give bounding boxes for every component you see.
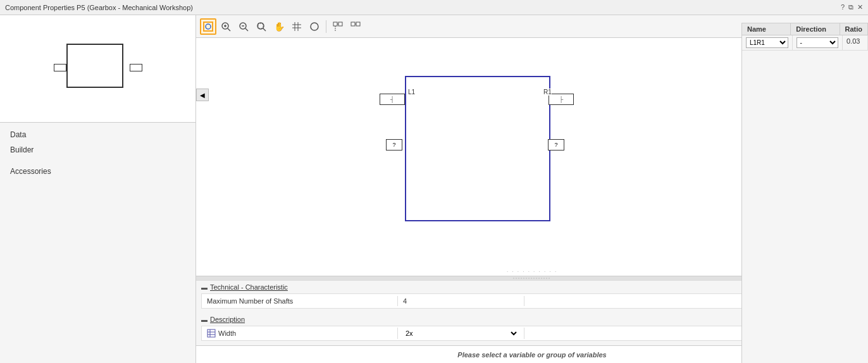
sidebar-navigation: Data Builder Accessories — [0, 123, 195, 183]
connector-port-left-q[interactable]: ? — [386, 139, 402, 151]
side-table: Name Direction Ratio L1R1 L1R2 - + — [741, 23, 868, 363]
description-section-toggle[interactable]: ▬ — [201, 316, 208, 323]
side-table-name-cell[interactable]: L1R1 L1R2 — [742, 35, 793, 50]
close-button[interactable]: ✕ — [857, 3, 863, 11]
svg-point-16 — [311, 23, 318, 30]
technical-section-title: Technical - Characteristic — [210, 283, 288, 291]
zoom-in-button[interactable] — [218, 18, 234, 35]
component-preview — [0, 15, 195, 123]
width-select[interactable]: 2x 3x 4x — [403, 329, 519, 338]
toolbar-separator — [326, 20, 326, 33]
connector-port-right-q[interactable]: ? — [548, 139, 564, 151]
sidebar-item-data[interactable]: Data — [5, 128, 190, 142]
connector-port-right[interactable]: ├ — [549, 94, 574, 105]
left-sidebar: Data Builder Accessories — [0, 15, 196, 363]
side-table-direction-cell[interactable]: - + — [793, 35, 843, 50]
svg-rect-0 — [204, 22, 213, 31]
table-icon — [207, 329, 216, 338]
grid-button[interactable] — [288, 18, 305, 35]
svg-rect-21 — [351, 22, 355, 26]
name-select[interactable]: L1R1 L1R2 — [746, 37, 788, 48]
side-table-ratio-cell: 0.03 — [843, 35, 868, 50]
max-shafts-label: Maximum Number of Shafts — [202, 296, 398, 306]
zoom-out-button[interactable] — [235, 18, 252, 35]
preview-diagram — [54, 37, 142, 101]
svg-line-5 — [228, 28, 230, 31]
svg-line-8 — [245, 28, 248, 31]
connector-label-l1: L1 — [408, 89, 415, 95]
zoom-fit-button[interactable] — [253, 18, 270, 35]
side-table-header-ratio: Ratio — [840, 23, 869, 35]
window-title: Component Properties P5 (Gearbox - Mecha… — [5, 4, 193, 11]
side-table-header-direction: Direction — [791, 23, 840, 35]
side-table-row: L1R1 L1R2 - + 0.03 — [742, 35, 868, 51]
preview-connector-right — [130, 64, 142, 71]
minimize-button[interactable]: ⧉ — [848, 3, 853, 11]
title-bar: Component Properties P5 (Gearbox - Mecha… — [0, 0, 868, 15]
circle-button[interactable] — [306, 18, 323, 35]
svg-rect-25 — [208, 329, 215, 337]
svg-rect-17 — [333, 22, 337, 26]
svg-line-10 — [263, 28, 266, 31]
technical-section-toggle[interactable]: ▬ — [201, 284, 208, 291]
select-tool-button[interactable] — [200, 18, 216, 35]
preview-box — [66, 44, 123, 88]
connector-port-left[interactable]: ┤ — [380, 94, 405, 105]
description-section-title: Description — [210, 316, 245, 323]
main-layout: Data Builder Accessories — [0, 15, 868, 363]
layout1-button[interactable] — [330, 18, 346, 35]
max-shafts-value: 4 — [398, 296, 524, 306]
canvas-nav-left[interactable]: ◀ — [196, 89, 209, 101]
svg-point-1 — [206, 24, 211, 29]
svg-rect-18 — [338, 22, 342, 26]
sidebar-item-accessories[interactable]: Accessories — [5, 164, 190, 178]
canvas-nav: ◀ — [196, 38, 211, 276]
direction-select[interactable]: - + — [797, 37, 839, 48]
svg-rect-11 — [258, 23, 263, 28]
preview-connector-left — [54, 64, 66, 71]
right-panel: ✋ — [196, 15, 868, 363]
layout2-button[interactable] — [347, 18, 364, 35]
width-value[interactable]: 2x 3x 4x — [398, 328, 524, 339]
window-controls[interactable]: ? ⧉ ✕ — [841, 3, 863, 11]
connector-label-r1: R1 — [543, 89, 552, 95]
side-table-header-name: Name — [742, 23, 791, 35]
width-label: Width — [202, 328, 398, 339]
pan-button[interactable]: ✋ — [271, 18, 287, 35]
component-box — [405, 76, 550, 221]
sidebar-item-builder[interactable]: Builder — [5, 143, 190, 157]
help-button[interactable]: ? — [841, 3, 845, 11]
svg-rect-22 — [356, 22, 360, 26]
side-table-header: Name Direction Ratio — [742, 23, 868, 35]
resize-dots: · · · · · · · · · · — [507, 269, 557, 274]
